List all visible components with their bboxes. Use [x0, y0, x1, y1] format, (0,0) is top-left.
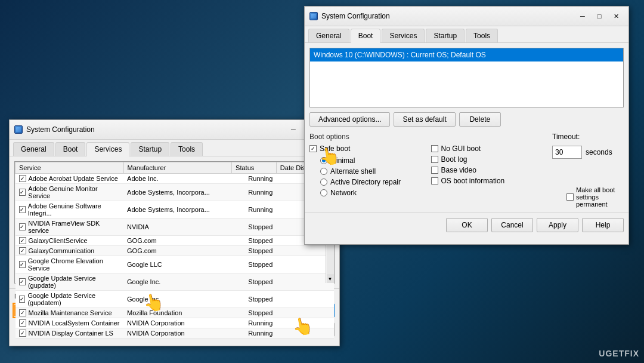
service-name: NVIDIA FrameView SDK service — [28, 220, 120, 234]
service-status: Running — [232, 184, 277, 201]
ok-button-front[interactable]: OK — [446, 218, 488, 232]
front-close-button[interactable]: ✕ — [608, 10, 624, 22]
table-row[interactable]: Google Update Service (gupdatem)Google I… — [16, 291, 334, 308]
network-radio[interactable] — [320, 189, 327, 196]
no-gui-row: No GUI boot — [431, 144, 547, 153]
front-window-title: System Configuration — [321, 12, 390, 20]
no-gui-label: No GUI boot — [441, 144, 481, 153]
cancel-button-front[interactable]: Cancel — [491, 218, 533, 232]
os-boot-row: OS boot information — [431, 177, 547, 185]
service-checkbox[interactable] — [19, 247, 26, 254]
front-system-config-window: System Configuration ─ □ ✕ General Boot … — [304, 6, 629, 245]
boot-entry-0[interactable]: Windows 10 (C:\WINDOWS) : Current OS; De… — [310, 48, 623, 61]
table-row[interactable]: GalaxyCommunicationGOG.comStopped — [16, 246, 334, 256]
boot-log-row: Boot log — [431, 155, 547, 164]
safe-boot-checkbox[interactable] — [309, 145, 317, 152]
service-name: Mozilla Maintenance Service — [29, 309, 112, 316]
table-row[interactable]: NVIDIA LocalSystem ContainerNVIDIA Corpo… — [16, 318, 334, 328]
service-manufacturer: GOG.com — [123, 246, 232, 256]
service-checkbox[interactable] — [19, 330, 26, 337]
table-row[interactable]: GalaxyClientServiceGOG.comStopped — [16, 236, 334, 246]
table-row[interactable]: Google Chrome Elevation ServiceGoogle LL… — [16, 256, 334, 273]
minimize-button[interactable]: ─ — [286, 124, 301, 136]
service-date — [276, 328, 333, 339]
boot-entries-list[interactable]: Windows 10 (C:\WINDOWS) : Current OS; De… — [309, 48, 624, 107]
safe-boot-suboptions: Minimal Alternate shell Active Directory… — [309, 156, 425, 197]
minimal-label: Minimal — [330, 156, 355, 165]
tab-services-front[interactable]: Services — [382, 29, 425, 42]
os-boot-checkbox[interactable] — [431, 177, 438, 184]
table-row[interactable]: Google Update Service (gupdate)Google In… — [16, 273, 334, 291]
service-manufacturer: Google Inc. — [123, 291, 232, 308]
front-minimize-button[interactable]: ─ — [575, 10, 590, 22]
service-name-cell: NVIDIA LocalSystem Container — [16, 318, 124, 328]
service-status: Running — [232, 328, 277, 339]
service-manufacturer: GOG.com — [123, 236, 232, 246]
table-row[interactable]: NVIDIA Display Container LSNVIDIA Corpor… — [16, 328, 334, 339]
boot-action-btns: Advanced options... Set as default Delet… — [309, 112, 624, 127]
service-checkbox[interactable] — [19, 206, 26, 213]
help-button-front[interactable]: Help — [582, 218, 624, 232]
os-boot-label: OS boot information — [441, 177, 505, 185]
permanent-checkbox[interactable] — [566, 193, 574, 201]
boot-content: Windows 10 (C:\WINDOWS) : Current OS; De… — [305, 43, 628, 213]
minimal-radio[interactable] — [320, 157, 327, 164]
safe-boot-row: Safe boot — [309, 144, 425, 153]
table-row[interactable]: Mozilla Maintenance ServiceMozilla Found… — [16, 308, 334, 318]
service-manufacturer: NVIDIA Corporation — [123, 328, 232, 339]
back-titlebar: System Configuration ─ □ ✕ — [10, 120, 339, 140]
service-checkbox[interactable] — [19, 175, 26, 182]
apply-button-front[interactable]: Apply — [537, 218, 578, 232]
service-name-cell: Adobe Genuine Software Integri... — [16, 201, 124, 219]
col-header-service: Service — [16, 162, 124, 174]
service-status: Stopped — [232, 291, 277, 308]
service-name: Adobe Acrobat Update Service — [29, 175, 118, 182]
permanent-row: Make all boot settings permanent — [566, 186, 624, 208]
alternate-shell-radio[interactable] — [320, 168, 327, 175]
service-checkbox[interactable] — [19, 189, 26, 196]
tab-tools-front[interactable]: Tools — [466, 29, 498, 42]
service-checkbox[interactable] — [19, 296, 26, 303]
tab-boot-back[interactable]: Boot — [55, 142, 86, 156]
service-checkbox[interactable] — [19, 223, 26, 230]
boot-log-checkbox[interactable] — [431, 156, 438, 163]
active-directory-radio[interactable] — [320, 179, 327, 186]
advanced-options-button[interactable]: Advanced options... — [309, 112, 390, 127]
tab-boot-front[interactable]: Boot — [351, 29, 381, 43]
network-row: Network — [320, 189, 425, 197]
tab-startup-front[interactable]: Startup — [426, 29, 465, 42]
table-row[interactable]: Adobe Genuine Monitor ServiceAdobe Syste… — [16, 184, 334, 201]
tab-tools-back[interactable]: Tools — [171, 142, 203, 156]
tab-general-back[interactable]: General — [13, 142, 54, 156]
service-name-cell: Mozilla Maintenance Service — [16, 308, 124, 318]
service-checkbox[interactable] — [19, 237, 26, 244]
tab-startup-back[interactable]: Startup — [131, 142, 169, 156]
no-gui-checkbox[interactable] — [431, 145, 438, 152]
permanent-label: Make all boot settings permanent — [576, 186, 624, 208]
tab-general-front[interactable]: General — [308, 29, 349, 42]
table-row[interactable]: NVIDIA FrameView SDK serviceNVIDIAStoppe… — [16, 219, 334, 236]
scroll-down-btn[interactable]: ▼ — [327, 275, 334, 283]
service-name: NVIDIA Display Container LS — [29, 330, 113, 337]
base-video-checkbox[interactable] — [431, 167, 438, 174]
front-window-icon — [309, 12, 318, 20]
timeout-input[interactable] — [552, 146, 582, 159]
service-status: Stopped — [232, 273, 277, 291]
service-name: GalaxyCommunication — [29, 247, 95, 254]
front-maximize-button[interactable]: □ — [592, 10, 607, 22]
services-table-wrapper: Service Manufacturer Status Date Disable… — [14, 161, 335, 284]
service-checkbox[interactable] — [19, 278, 26, 285]
table-row[interactable]: Adobe Genuine Software Integri...Adobe S… — [16, 201, 334, 219]
service-name: NVIDIA LocalSystem Container — [29, 319, 120, 327]
tab-services-back[interactable]: Services — [86, 142, 129, 156]
service-status: Stopped — [232, 236, 277, 246]
service-name-cell: Adobe Genuine Monitor Service — [16, 184, 124, 201]
set-default-button[interactable]: Set as default — [394, 112, 455, 127]
delete-button[interactable]: Delete — [459, 112, 501, 127]
table-row[interactable]: Adobe Acrobat Update ServiceAdobe Inc.Ru… — [16, 174, 334, 184]
back-system-config-window: System Configuration ─ □ ✕ General Boot … — [9, 119, 340, 346]
service-checkbox[interactable] — [19, 309, 26, 316]
service-checkbox[interactable] — [19, 319, 26, 327]
service-checkbox[interactable] — [19, 261, 26, 268]
boot-log-label: Boot log — [441, 155, 467, 164]
